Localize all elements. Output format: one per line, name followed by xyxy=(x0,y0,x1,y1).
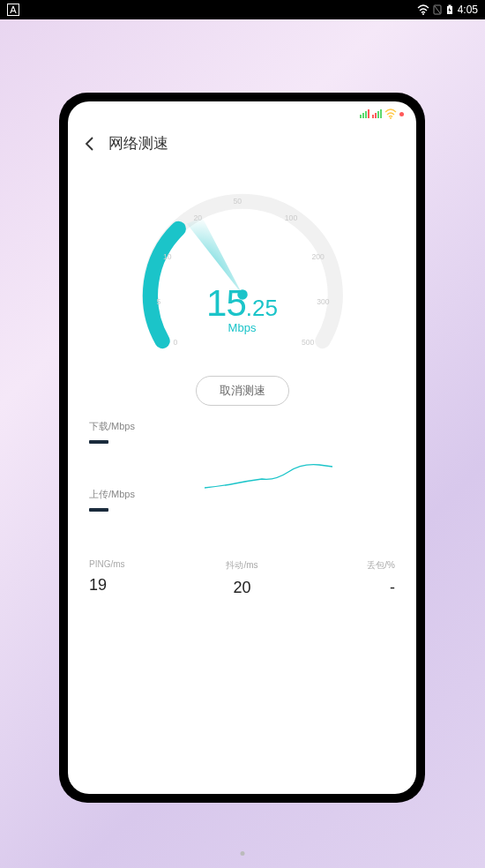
speed-gauge: 0 5 10 20 50 100 200 300 500 15.25 Mbps xyxy=(68,176,416,406)
svg-text:0: 0 xyxy=(173,338,177,347)
battery-icon xyxy=(445,4,454,15)
sim-icon xyxy=(433,4,442,15)
ping-value: 19 xyxy=(89,576,191,595)
header: 网络测速 xyxy=(68,126,416,161)
svg-text:50: 50 xyxy=(233,197,242,206)
svg-text:20: 20 xyxy=(193,213,202,222)
svg-text:200: 200 xyxy=(311,252,325,261)
cancel-test-button[interactable]: 取消测速 xyxy=(196,376,289,406)
wifi-icon xyxy=(417,4,429,15)
download-label: 下载/Mbps xyxy=(89,420,395,433)
jitter-value: 20 xyxy=(191,579,294,597)
upload-bar xyxy=(89,508,108,512)
android-status-bar: A 4:05 xyxy=(0,0,485,19)
phone-frame: 网络测速 0 5 xyxy=(59,93,425,803)
page-indicator-dot xyxy=(241,851,245,856)
svg-text:100: 100 xyxy=(284,213,297,222)
svg-rect-4 xyxy=(448,5,451,7)
status-dot-icon xyxy=(399,112,404,116)
android-badge: A xyxy=(7,4,19,16)
back-icon[interactable] xyxy=(82,136,98,152)
signal-icon-2 xyxy=(372,109,382,118)
ping-label: PING/ms xyxy=(89,559,191,569)
signal-icon-1 xyxy=(360,109,369,118)
svg-point-0 xyxy=(422,13,424,15)
inner-status-bar xyxy=(68,101,416,126)
svg-text:10: 10 xyxy=(163,252,172,261)
download-section: 下载/Mbps xyxy=(68,411,416,449)
metric-ping: PING/ms 19 xyxy=(89,559,191,597)
metric-jitter: 抖动/ms 20 xyxy=(191,559,294,597)
speed-unit: Mbps xyxy=(119,321,366,334)
jitter-label: 抖动/ms xyxy=(191,559,294,572)
svg-line-2 xyxy=(435,6,440,13)
metrics-row: PING/ms 19 抖动/ms 20 丢包/% - xyxy=(68,559,416,597)
metric-loss: 丢包/% - xyxy=(293,559,395,597)
download-sparkline xyxy=(205,461,332,491)
speed-int: 15 xyxy=(206,282,246,324)
loss-label: 丢包/% xyxy=(293,559,395,572)
page-title: 网络测速 xyxy=(108,133,168,153)
inner-wifi-icon xyxy=(384,108,397,119)
loss-value: - xyxy=(293,579,395,597)
svg-text:500: 500 xyxy=(301,338,314,347)
speed-dec: .25 xyxy=(246,295,278,321)
phone-screen: 网络测速 0 5 xyxy=(68,101,416,794)
android-clock: 4:05 xyxy=(458,4,478,16)
speed-readout: 15.25 Mbps xyxy=(119,282,366,334)
svg-point-5 xyxy=(390,117,392,119)
download-bar xyxy=(89,440,108,444)
android-status-right: 4:05 xyxy=(417,4,478,16)
